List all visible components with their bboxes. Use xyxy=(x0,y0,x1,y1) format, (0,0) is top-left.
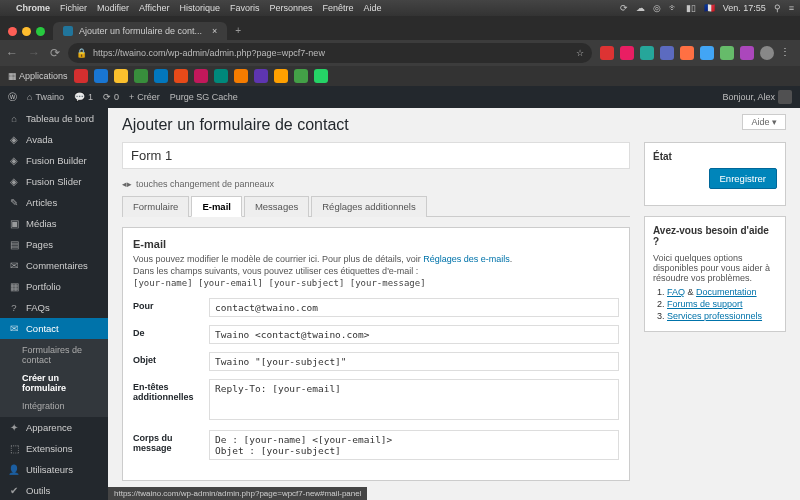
menu-icon[interactable]: ≡ xyxy=(789,3,794,13)
sidebar-item-fusion-builder[interactable]: ◈Fusion Builder xyxy=(0,150,108,171)
form-title-input[interactable]: Form 1 xyxy=(122,142,630,169)
tab-réglages-additionnels[interactable]: Réglages additionnels xyxy=(311,196,426,217)
menu-history[interactable]: Historique xyxy=(179,3,220,13)
menu-window[interactable]: Fenêtre xyxy=(322,3,353,13)
bookmark-item[interactable] xyxy=(214,69,228,83)
bookmark-item[interactable] xyxy=(154,69,168,83)
menu-bookmarks[interactable]: Favoris xyxy=(230,3,260,13)
sidebar-subitem[interactable]: Intégration xyxy=(0,397,108,415)
tab-title: Ajouter un formulaire de cont... xyxy=(79,26,202,36)
status-icon: ⟳ xyxy=(620,3,628,13)
ext-icon[interactable] xyxy=(680,46,694,60)
sidebar-item-extensions[interactable]: ⬚Extensions xyxy=(0,438,108,459)
bookmark-item[interactable] xyxy=(194,69,208,83)
bookmark-item[interactable] xyxy=(254,69,268,83)
flag-icon[interactable]: 🇫🇷 xyxy=(704,3,715,13)
sidebar-subitem[interactable]: Formulaires de contact xyxy=(0,341,108,369)
ext-icon[interactable] xyxy=(600,46,614,60)
input-from[interactable] xyxy=(209,325,619,344)
reload-button[interactable]: ⟳ xyxy=(50,46,60,60)
sidebar-item-médias[interactable]: ▣Médias xyxy=(0,213,108,234)
sidebar-item-tableau-de-bord[interactable]: ⌂Tableau de bord xyxy=(0,108,108,129)
menu-icon: ▤ xyxy=(8,239,20,250)
menu-file[interactable]: Fichier xyxy=(60,3,87,13)
browser-statusbar: https://twaino.com/wp-admin/admin.php?pa… xyxy=(108,487,367,500)
help-link[interactable]: FAQ xyxy=(667,287,685,297)
menu-edit[interactable]: Modifier xyxy=(97,3,129,13)
new-tab-button[interactable]: + xyxy=(227,21,249,40)
menu-icon: ✔ xyxy=(8,485,20,496)
bookmark-item[interactable] xyxy=(274,69,288,83)
input-body[interactable] xyxy=(209,430,619,460)
bookmark-item[interactable] xyxy=(114,69,128,83)
sidebar-item-commentaires[interactable]: ✉Commentaires xyxy=(0,255,108,276)
bookmark-item[interactable] xyxy=(94,69,108,83)
mail-settings-link[interactable]: Réglages des e-mails xyxy=(423,254,510,264)
sidebar-item-pages[interactable]: ▤Pages xyxy=(0,234,108,255)
sidebar-item-apparence[interactable]: ✦Apparence xyxy=(0,417,108,438)
close-tab-icon[interactable]: × xyxy=(212,26,217,36)
purge-cache[interactable]: Purge SG Cache xyxy=(170,92,238,102)
comments-count[interactable]: 💬 1 xyxy=(74,92,93,102)
sidebar-item-faqs[interactable]: ?FAQs xyxy=(0,297,108,318)
sidebar-item-articles[interactable]: ✎Articles xyxy=(0,192,108,213)
tab-e-mail[interactable]: E-mail xyxy=(191,196,242,217)
extension-icons: ⋮ xyxy=(600,46,794,60)
bookmark-item[interactable] xyxy=(294,69,308,83)
save-button[interactable]: Enregistrer xyxy=(709,168,777,189)
bookmark-item[interactable] xyxy=(234,69,248,83)
input-headers[interactable] xyxy=(209,379,619,420)
back-button[interactable]: ← xyxy=(6,46,18,60)
ext-icon[interactable] xyxy=(640,46,654,60)
menu-help[interactable]: Aide xyxy=(364,3,382,13)
sidebar-item-utilisateurs[interactable]: 👤Utilisateurs xyxy=(0,459,108,480)
tab-messages[interactable]: Messages xyxy=(244,196,309,217)
minimize-window[interactable] xyxy=(22,27,31,36)
bookmark-item[interactable] xyxy=(134,69,148,83)
chrome-menu-icon[interactable]: ⋮ xyxy=(780,46,794,60)
bookmark-item[interactable] xyxy=(174,69,188,83)
ext-icon[interactable] xyxy=(620,46,634,60)
input-to[interactable] xyxy=(209,298,619,317)
sidebar-item-portfolio[interactable]: ▦Portfolio xyxy=(0,276,108,297)
user-greeting[interactable]: Bonjour, Alex xyxy=(722,90,792,104)
star-icon[interactable]: ☆ xyxy=(576,48,584,58)
tab-formulaire[interactable]: Formulaire xyxy=(122,196,189,217)
site-name[interactable]: ⌂ Twaino xyxy=(27,92,64,102)
sidebar-item-avada[interactable]: ◈Avada xyxy=(0,129,108,150)
menu-view[interactable]: Afficher xyxy=(139,3,169,13)
menu-icon: ◈ xyxy=(8,155,20,166)
apps-button[interactable]: ▦ Applications xyxy=(8,71,68,81)
help-tab[interactable]: Aide ▾ xyxy=(742,114,786,130)
menu-people[interactable]: Personnes xyxy=(269,3,312,13)
ext-icon[interactable] xyxy=(720,46,734,60)
browser-tab[interactable]: Ajouter un formulaire de cont... × xyxy=(53,22,227,40)
updates-count[interactable]: ⟳ 0 xyxy=(103,92,119,102)
help-link[interactable]: Services professionnels xyxy=(667,311,762,321)
forward-button[interactable]: → xyxy=(28,46,40,60)
ext-icon[interactable] xyxy=(740,46,754,60)
close-window[interactable] xyxy=(8,27,17,36)
sidebar-subitem[interactable]: Créer un formulaire xyxy=(0,369,108,397)
address-bar[interactable]: 🔒 https://twaino.com/wp-admin/admin.php?… xyxy=(68,43,592,63)
sidebar-item-contact[interactable]: ✉Contact xyxy=(0,318,108,339)
help-link[interactable]: Documentation xyxy=(696,287,757,297)
zoom-window[interactable] xyxy=(36,27,45,36)
avatar-icon[interactable] xyxy=(760,46,774,60)
new-content[interactable]: + Créer xyxy=(129,92,160,102)
menu-icon: ✎ xyxy=(8,197,20,208)
spotlight-icon[interactable]: ⚲ xyxy=(774,3,781,13)
wifi-icon[interactable]: ᯤ xyxy=(669,3,678,13)
menu-label: Articles xyxy=(26,197,57,208)
ext-icon[interactable] xyxy=(700,46,714,60)
bookmark-item[interactable] xyxy=(314,69,328,83)
help-link-item: Services professionnels xyxy=(667,311,777,321)
sidebar-item-outils[interactable]: ✔Outils xyxy=(0,480,108,500)
app-name[interactable]: Chrome xyxy=(16,3,50,13)
wp-logo[interactable]: ⓦ xyxy=(8,91,17,104)
bookmark-item[interactable] xyxy=(74,69,88,83)
input-subject[interactable] xyxy=(209,352,619,371)
help-link[interactable]: Forums de support xyxy=(667,299,743,309)
ext-icon[interactable] xyxy=(660,46,674,60)
sidebar-item-fusion-slider[interactable]: ◈Fusion Slider xyxy=(0,171,108,192)
